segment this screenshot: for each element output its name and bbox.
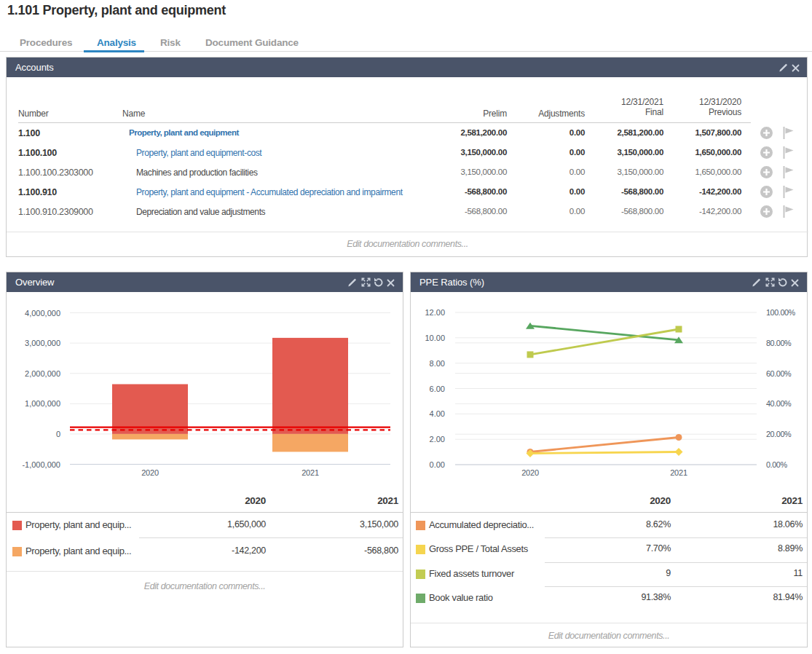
- svg-text:2.00: 2.00: [430, 435, 445, 444]
- svg-text:4,000,000: 4,000,000: [25, 309, 60, 318]
- svg-text:1,000,000: 1,000,000: [25, 399, 60, 408]
- svg-text:20.00%: 20.00%: [766, 430, 792, 438]
- svg-text:80.00%: 80.00%: [766, 339, 792, 347]
- svg-text:2,000,000: 2,000,000: [25, 369, 60, 378]
- svg-text:4.00: 4.00: [430, 409, 445, 418]
- svg-text:0: 0: [56, 430, 60, 438]
- svg-text:40.00%: 40.00%: [766, 399, 792, 408]
- svg-text:0.00: 0.00: [430, 460, 445, 469]
- svg-text:8.00: 8.00: [430, 359, 445, 368]
- svg-text:-1,000,000: -1,000,000: [22, 460, 60, 469]
- svg-text:0.00%: 0.00%: [766, 460, 787, 469]
- svg-text:6.00: 6.00: [430, 385, 445, 393]
- svg-text:100.00%: 100.00%: [766, 308, 796, 317]
- svg-text:60.00%: 60.00%: [766, 369, 792, 378]
- svg-text:3,000,000: 3,000,000: [25, 339, 60, 347]
- svg-text:10.00: 10.00: [425, 334, 445, 342]
- svg-text:12.00: 12.00: [425, 308, 445, 317]
